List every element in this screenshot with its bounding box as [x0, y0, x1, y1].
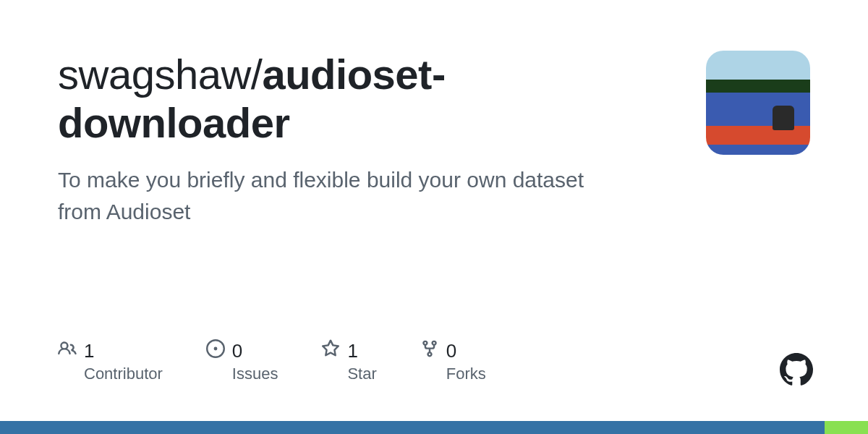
repo-owner: swagshaw: [58, 51, 251, 98]
fork-icon: [420, 339, 439, 363]
contributors-label: Contributor: [84, 365, 163, 383]
repo-title: swagshaw/audioset-downloader: [58, 51, 677, 147]
language-bar: [0, 421, 868, 434]
stat-issues: 0 Issues: [206, 339, 278, 383]
stat-stars: 1 Star: [321, 339, 376, 383]
repo-name-bold: audioset: [262, 51, 432, 98]
forks-label: Forks: [446, 365, 486, 383]
slash: /: [251, 51, 263, 98]
issue-icon: [206, 339, 225, 363]
stars-label: Star: [347, 365, 376, 383]
avatar: [706, 51, 810, 155]
github-logo-icon: [780, 353, 813, 389]
contributors-count: 1: [84, 340, 94, 362]
language-segment: [825, 421, 868, 434]
issues-label: Issues: [232, 365, 278, 383]
forks-count: 0: [446, 340, 456, 362]
people-icon: [58, 339, 77, 363]
stat-forks: 0 Forks: [420, 339, 486, 383]
repo-description: To make you briefly and flexible build y…: [58, 164, 593, 227]
star-icon: [321, 339, 340, 363]
stars-count: 1: [347, 340, 357, 362]
stats-row: 1 Contributor 0 Issues 1 Star 0 Forks: [58, 339, 486, 383]
stat-contributors: 1 Contributor: [58, 339, 163, 383]
issues-count: 0: [232, 340, 242, 362]
language-segment: [0, 421, 825, 434]
